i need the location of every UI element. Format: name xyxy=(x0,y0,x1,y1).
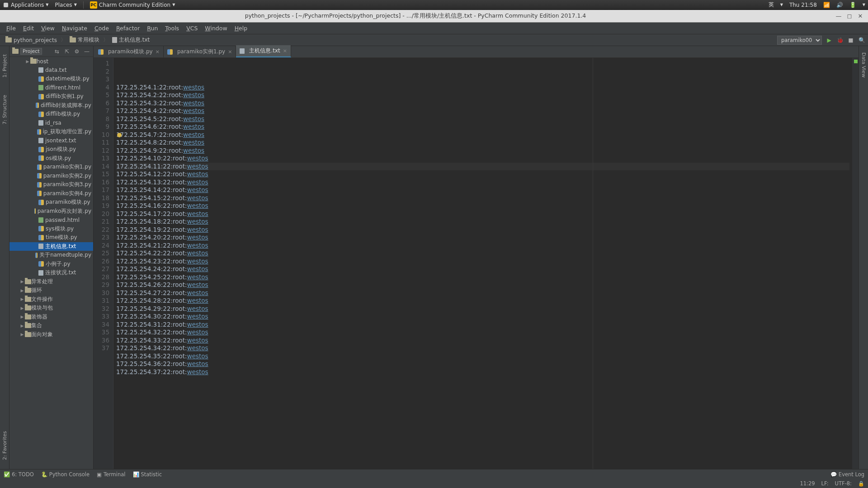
tree-file[interactable]: sys模块.py xyxy=(9,225,93,234)
tree-folder[interactable]: ▶循环 xyxy=(9,286,93,295)
battery-icon[interactable]: 🔋 xyxy=(849,2,856,8)
tree-file[interactable]: difflib封装成脚本.py xyxy=(9,101,93,110)
menu-window[interactable]: Window xyxy=(201,23,231,33)
editor-tab[interactable]: paramiko模块.py× xyxy=(94,46,164,57)
volume-icon[interactable]: 🔊 xyxy=(836,2,843,8)
tree-file[interactable]: 小例子.py xyxy=(9,260,93,269)
tree-file[interactable]: id_rsa xyxy=(9,119,93,128)
tab-close-icon[interactable]: × xyxy=(156,49,160,55)
tree-file[interactable]: diffirent.html xyxy=(9,84,93,93)
tree-file[interactable]: time模块.py xyxy=(9,233,93,242)
tree-file[interactable]: passwd.html xyxy=(9,216,93,225)
menu-run[interactable]: Run xyxy=(143,23,161,33)
network-icon[interactable]: 📶 xyxy=(823,2,830,8)
tab-close-icon[interactable]: × xyxy=(283,48,287,54)
file-encoding[interactable]: UTF-8: xyxy=(835,480,852,487)
text-file-icon xyxy=(240,48,245,54)
breadcrumb-folder[interactable]: 常用模块 xyxy=(67,35,102,45)
tree-file[interactable]: paramiko实例2.py xyxy=(9,172,93,181)
scroll-to-source-icon[interactable]: ⇆ xyxy=(53,48,61,55)
code-editor[interactable]: 172.25.254.1:22:root:westos172.25.254.2:… xyxy=(113,58,852,469)
settings-icon[interactable]: ⚙ xyxy=(73,48,80,55)
tree-file[interactable]: 关于namedtuple.py xyxy=(9,251,93,260)
menu-edit[interactable]: Edit xyxy=(19,23,38,33)
maximize-button[interactable]: ◻ xyxy=(846,13,853,19)
python-file-icon xyxy=(37,173,41,178)
cursor-position[interactable]: 11:29 xyxy=(800,480,815,487)
folder-icon xyxy=(5,38,12,42)
tree-file[interactable]: paramiko实例3.py xyxy=(9,180,93,189)
tree-file[interactable]: 连接状况.txt xyxy=(9,268,93,277)
side-tab-project[interactable]: 1: Project xyxy=(1,50,9,82)
breadcrumb-file[interactable]: 主机信息.txt xyxy=(109,35,152,45)
menu-file[interactable]: File xyxy=(3,23,19,33)
tree-folder[interactable]: ▶模块与包 xyxy=(9,304,93,313)
tree-file[interactable]: jsontext.txt xyxy=(9,136,93,145)
breadcrumb-root[interactable]: python_projects xyxy=(3,36,60,44)
text-file-icon xyxy=(38,138,43,143)
run-button[interactable]: ▶ xyxy=(826,37,833,44)
tree-folder[interactable]: ▶异常处理 xyxy=(9,277,93,286)
tool-event-log[interactable]: 💬 Event Log xyxy=(830,471,864,478)
menu-help[interactable]: Help xyxy=(231,23,251,33)
stop-button[interactable]: ■ xyxy=(847,37,854,44)
editor-tab[interactable]: 主机信息.txt× xyxy=(236,45,291,57)
tool-terminal[interactable]: ▣ Terminal xyxy=(97,471,125,478)
menu-view[interactable]: View xyxy=(38,23,58,33)
tree-file[interactable]: 主机信息.txt xyxy=(9,242,93,251)
tree-file[interactable]: paramko再次封装.py xyxy=(9,207,93,216)
tool-python-console[interactable]: 🐍 Python Console xyxy=(41,471,90,478)
project-view-combo[interactable]: Project xyxy=(20,48,42,55)
side-tab-structure[interactable]: 7: Structure xyxy=(1,90,9,129)
editor-tab[interactable]: paramiko实例1.py× xyxy=(164,46,236,57)
places-menu[interactable]: Places▼ xyxy=(55,2,76,8)
tree-file[interactable]: paramiko实例4.py xyxy=(9,189,93,198)
menu-vcs[interactable]: VCS xyxy=(183,23,201,33)
tree-file[interactable]: os模块.py xyxy=(9,154,93,163)
tree-file[interactable]: datetime模块.py xyxy=(9,75,93,84)
menu-code[interactable]: Code xyxy=(91,23,113,33)
minimize-button[interactable]: — xyxy=(835,13,842,19)
tab-label: paramiko模块.py xyxy=(108,48,153,56)
error-stripe[interactable] xyxy=(852,58,859,469)
menu-tools[interactable]: Tools xyxy=(161,23,183,33)
tree-item-label: passwd.html xyxy=(45,217,80,223)
input-lang[interactable]: 英 xyxy=(769,1,774,9)
tool-todo[interactable]: ✅ 6: TODO xyxy=(4,471,34,478)
tree-file[interactable]: paramiko模块.py xyxy=(9,198,93,207)
clock[interactable]: Thu 21:58 xyxy=(789,2,817,8)
tree-file[interactable]: data.txt xyxy=(9,66,93,75)
tree-file[interactable]: ip_获取地理位置.py xyxy=(9,127,93,136)
close-button[interactable]: ✕ xyxy=(857,13,863,19)
menu-navigate[interactable]: Navigate xyxy=(58,23,91,33)
tree-folder[interactable]: ▶文件操作 xyxy=(9,295,93,304)
tab-close-icon[interactable]: × xyxy=(228,49,232,55)
intention-bulb-icon[interactable] xyxy=(117,133,122,137)
tree-file[interactable]: paramiko实例1.py xyxy=(9,163,93,172)
collapse-all-icon[interactable]: ⇱ xyxy=(63,48,71,55)
side-tab-favorites[interactable]: 2: Favorites xyxy=(1,427,9,465)
project-tree[interactable]: ▶hostdata.txtdatetime模块.pydiffirent.html… xyxy=(9,57,93,469)
side-tab-data-view[interactable]: Data View xyxy=(860,48,868,82)
tree-folder[interactable]: ▶host xyxy=(9,57,93,66)
tree-file[interactable]: difflib模块.py xyxy=(9,110,93,119)
code-line: 172.25.254.26:22:root:westos xyxy=(116,281,849,289)
line-separator[interactable]: LF: xyxy=(821,480,829,487)
tree-folder[interactable]: ▶集合 xyxy=(9,321,93,330)
tree-file[interactable]: json模块.py xyxy=(9,145,93,154)
menu-refactor[interactable]: Refactor xyxy=(113,23,143,33)
line-number-gutter[interactable]: 1234567891011121314151617181920212223242… xyxy=(94,58,113,469)
hide-icon[interactable]: — xyxy=(83,48,90,55)
tree-file[interactable]: difflib实例1.py xyxy=(9,92,93,101)
applications-menu[interactable]: Applications▼ xyxy=(3,2,48,8)
desktop-top-bar: Applications▼ Places▼ PCCharm Community … xyxy=(0,0,868,10)
app-switcher[interactable]: PCCharm Community Edition▼ xyxy=(90,1,175,9)
tool-statistic[interactable]: 📊 Statistic xyxy=(133,471,162,478)
tree-folder[interactable]: ▶装饰器 xyxy=(9,313,93,322)
tree-folder[interactable]: ▶面向对象 xyxy=(9,330,93,339)
debug-button[interactable]: 🐞 xyxy=(836,37,844,44)
readonly-lock-icon[interactable] xyxy=(858,480,864,487)
search-everywhere-button[interactable]: 🔍 xyxy=(858,37,865,44)
gnome-logo-icon xyxy=(3,2,9,8)
run-config-selector[interactable]: paramiko00 xyxy=(777,36,822,45)
